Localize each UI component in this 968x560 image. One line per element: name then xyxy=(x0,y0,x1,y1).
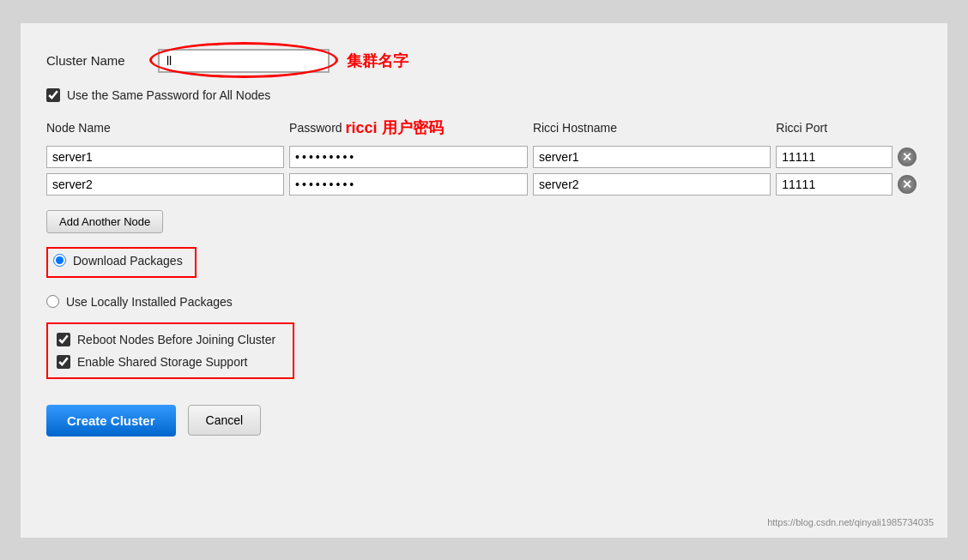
reboot-nodes-checkbox[interactable] xyxy=(57,333,70,346)
options-section: Reboot Nodes Before Joining Cluster Enab… xyxy=(46,322,294,379)
add-another-node-button[interactable]: Add Another Node xyxy=(46,210,163,233)
cluster-name-wrapper xyxy=(158,49,330,73)
watermark: https://blog.csdn.net/qinyali1985734035 xyxy=(767,517,934,527)
shared-storage-checkbox[interactable] xyxy=(57,355,70,369)
node-password-input-2[interactable] xyxy=(289,173,528,196)
cluster-name-annotation: 集群名字 xyxy=(347,51,408,71)
col-header-node-name: Node Name xyxy=(46,116,289,143)
delete-node-1-button[interactable]: ✕ xyxy=(898,148,917,166)
cancel-button[interactable]: Cancel xyxy=(188,405,262,436)
table-row: ✕ xyxy=(46,143,922,171)
node-name-input-1[interactable] xyxy=(46,146,284,168)
col-header-delete xyxy=(898,116,922,143)
download-packages-label: Download Packages xyxy=(73,254,183,268)
col-header-password: Password ricci 用户密码 xyxy=(289,116,533,143)
shared-storage-label: Enable Shared Storage Support xyxy=(77,355,247,369)
table-row: ✕ xyxy=(46,171,922,198)
delete-node-2-button[interactable]: ✕ xyxy=(898,175,917,194)
cluster-name-input[interactable] xyxy=(158,49,330,73)
node-port-input-1[interactable] xyxy=(776,146,892,168)
same-password-label: Use the Same Password for All Nodes xyxy=(67,88,270,102)
local-packages-radio[interactable] xyxy=(46,295,59,308)
package-section: Download Packages xyxy=(46,247,197,278)
col-header-ricci-port: Ricci Port xyxy=(776,116,898,143)
cluster-name-label: Cluster Name xyxy=(46,53,158,68)
same-password-checkbox[interactable] xyxy=(46,88,60,102)
reboot-nodes-label: Reboot Nodes Before Joining Cluster xyxy=(77,333,275,346)
node-name-input-2[interactable] xyxy=(46,173,284,196)
bottom-bar: Create Cluster Cancel xyxy=(46,405,922,437)
nodes-table: Node Name Password ricci 用户密码 Ricci Host… xyxy=(46,116,922,198)
password-col-label: Password xyxy=(289,121,342,135)
node-password-input-1[interactable] xyxy=(289,146,528,168)
node-hostname-input-1[interactable] xyxy=(533,146,771,168)
local-packages-label: Use Locally Installed Packages xyxy=(66,295,233,309)
download-packages-radio[interactable] xyxy=(53,254,66,267)
node-port-input-2[interactable] xyxy=(776,173,892,196)
create-cluster-button[interactable]: Create Cluster xyxy=(46,405,176,437)
col-header-ricci-hostname: Ricci Hostname xyxy=(533,116,776,143)
password-annotation: ricci 用户密码 xyxy=(346,117,444,138)
node-hostname-input-2[interactable] xyxy=(533,173,771,196)
